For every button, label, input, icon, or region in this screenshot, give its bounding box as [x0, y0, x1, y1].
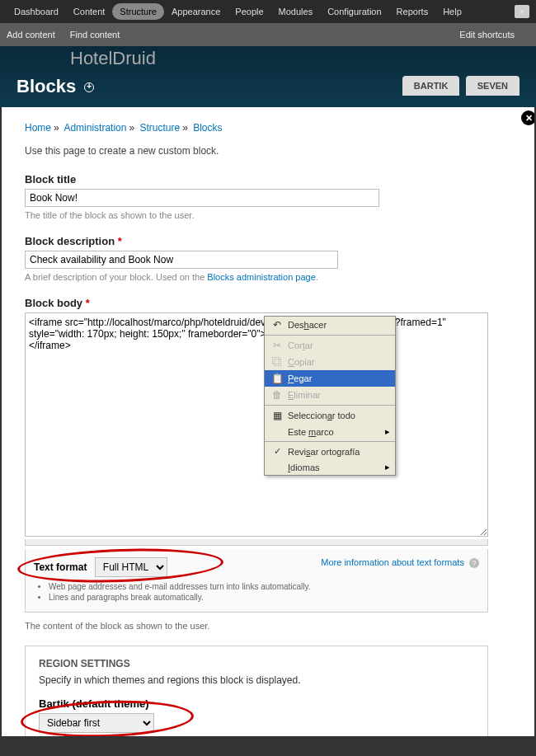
breadcrumb-blocks[interactable]: Blocks — [193, 122, 222, 134]
ctx-cut: ✂Cortar — [265, 337, 395, 354]
menu-content[interactable]: Content — [66, 3, 113, 20]
ctx-delete: 🗑Eliminar — [265, 387, 395, 403]
blocks-admin-link[interactable]: Blocks administration page — [207, 272, 315, 282]
breadcrumb-admin[interactable]: Administration — [63, 122, 126, 134]
theme-tabs: BARTIK SEVEN — [399, 76, 520, 96]
block-body-label: Block body * — [25, 297, 511, 309]
format-tip: Lines and paragraphs break automatically… — [49, 593, 479, 602]
shortcut-bar: Add content Find content Edit shortcuts — [0, 23, 536, 46]
ctx-this-frame[interactable]: Este marco▸ — [265, 424, 395, 439]
textarea-resize-grip[interactable] — [25, 539, 488, 546]
format-tips: Web page addresses and e-mail addresses … — [49, 582, 479, 602]
menu-help[interactable]: Help — [435, 3, 469, 20]
close-icon[interactable]: ✕ — [521, 110, 534, 125]
region-settings-desc: Specify in which themes and regions this… — [39, 674, 474, 686]
breadcrumb: Home» Administration» Structure» Blocks — [25, 122, 511, 134]
check-icon: ✓ — [270, 446, 284, 457]
add-shortcut-icon[interactable] — [84, 82, 94, 92]
page-intro: Use this page to create a new custom blo… — [25, 145, 511, 157]
ctx-undo[interactable]: ↶Deshacer — [265, 317, 395, 333]
breadcrumb-home[interactable]: Home — [25, 122, 51, 134]
admin-top-menu: Dashboard Content Structure Appearance P… — [0, 0, 536, 23]
region-settings: REGION SETTINGS Specify in which themes … — [25, 646, 488, 736]
breadcrumb-structure[interactable]: Structure — [139, 122, 180, 134]
cut-icon: ✂ — [270, 340, 284, 351]
menu-dashboard[interactable]: Dashboard — [7, 3, 66, 20]
undo-icon: ↶ — [270, 319, 284, 331]
copy-icon: ⿻ — [270, 356, 284, 368]
region-theme-label: Bartik (default theme) — [39, 697, 474, 710]
menu-structure[interactable]: Structure — [112, 3, 164, 20]
tab-seven[interactable]: SEVEN — [466, 76, 520, 96]
text-format-more-info[interactable]: More information about text formats — [321, 557, 464, 567]
format-tip: Web page addresses and e-mail addresses … — [49, 582, 479, 591]
delete-icon: 🗑 — [270, 389, 284, 401]
menu-configuration[interactable]: Configuration — [320, 3, 388, 20]
overlay-content: ✕ Home» Administration» Structure» Block… — [2, 107, 534, 736]
context-menu: ↶Deshacer ✂Cortar ⿻Copiar 📋Pegar 🗑Elimin… — [264, 316, 396, 476]
shortcut-find-content[interactable]: Find content — [70, 30, 120, 40]
block-description-desc: A brief description of your block. Used … — [25, 272, 511, 282]
menu-appearance[interactable]: Appearance — [164, 3, 228, 20]
shortcut-add-content[interactable]: Add content — [7, 30, 55, 40]
region-settings-title: REGION SETTINGS — [39, 658, 474, 669]
menu-modules[interactable]: Modules — [271, 3, 321, 20]
tab-bartik[interactable]: BARTIK — [402, 76, 460, 96]
ctx-paste[interactable]: 📋Pegar — [265, 370, 395, 387]
toolbar-toggle-icon[interactable]: ▾ — [515, 5, 529, 18]
menu-reports[interactable]: Reports — [389, 3, 436, 20]
block-title-input[interactable] — [25, 189, 379, 207]
text-format-row: Text format Full HTML More information a… — [25, 549, 488, 613]
block-description-label: Block description * — [25, 235, 511, 247]
menu-people[interactable]: People — [228, 3, 270, 20]
block-title-label: Block title — [25, 173, 511, 185]
site-name: HotelDruid — [70, 48, 156, 69]
paste-icon: 📋 — [270, 373, 284, 384]
block-title-desc: The title of the block as shown to the u… — [25, 210, 511, 220]
ctx-select-all[interactable]: ▦Seleccionar todo — [265, 407, 395, 424]
ctx-copy: ⿻Copiar — [265, 354, 395, 370]
ctx-languages[interactable]: Idiomas▸ — [265, 459, 395, 475]
block-body-textarea[interactable] — [25, 312, 488, 537]
text-format-select[interactable]: Full HTML — [95, 557, 167, 577]
select-all-icon: ▦ — [270, 410, 284, 421]
help-icon[interactable]: ? — [469, 558, 479, 568]
overlay-header: HotelDruid Blocks BARTIK SEVEN — [0, 46, 536, 107]
block-body-desc: The content of the block as shown to the… — [25, 621, 511, 631]
block-description-input[interactable] — [25, 251, 338, 269]
ctx-spellcheck[interactable]: ✓Revisar ortografía — [265, 444, 395, 459]
overlay-title: Blocks — [16, 76, 94, 97]
text-format-label: Text format — [34, 561, 87, 573]
region-select-bartik[interactable]: Sidebar first — [39, 713, 154, 733]
shortcut-edit[interactable]: Edit shortcuts — [459, 30, 515, 40]
